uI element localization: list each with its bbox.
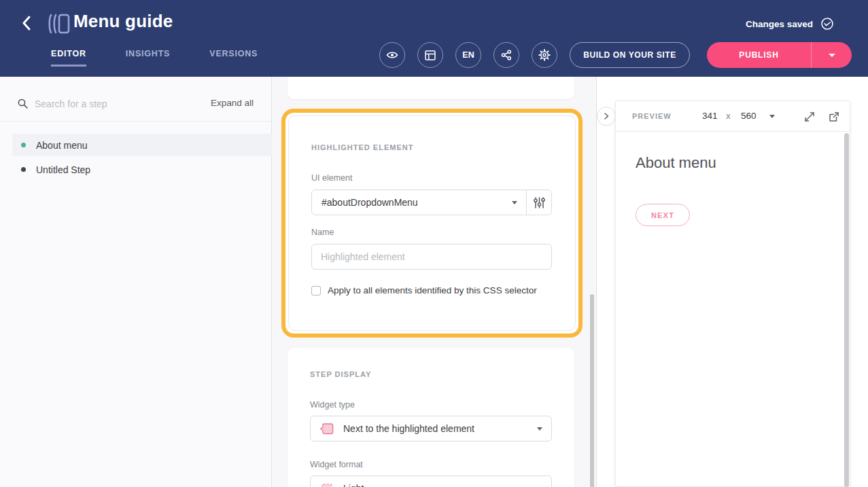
ui-element-select[interactable]: #aboutDropdownMenu xyxy=(311,190,527,215)
preview-scrollbar-thumb[interactable] xyxy=(844,133,849,487)
preview-header: PREVIEW 341 x 560 xyxy=(616,101,850,132)
settings-scrollbar-thumb[interactable] xyxy=(590,294,594,487)
widget-type-value: Next to the highlighted element xyxy=(343,423,537,434)
open-in-new-window-button[interactable] xyxy=(828,111,840,123)
ui-element-label: UI element xyxy=(311,173,352,183)
widget-type-label: Widget type xyxy=(310,400,355,410)
share-icon xyxy=(500,49,513,61)
language-badge: EN xyxy=(462,50,474,60)
highlighted-element-card: HIGHLIGHTED ELEMENT UI element #aboutDro… xyxy=(288,115,576,331)
preview-size-dropdown[interactable] xyxy=(769,115,775,118)
preview-step-title: About menu xyxy=(636,154,716,172)
preview-body: About menu NEXT xyxy=(616,132,850,487)
chevron-down-icon xyxy=(512,201,517,204)
gear-icon xyxy=(538,48,551,62)
layout-button[interactable] xyxy=(417,42,443,68)
preview-height-value[interactable]: 560 xyxy=(741,111,757,121)
highlight-ring: HIGHLIGHTED ELEMENT UI element #aboutDro… xyxy=(281,109,583,338)
build-on-your-site-button[interactable]: BUILD ON YOUR SITE xyxy=(570,42,690,68)
step-label: Untitled Step xyxy=(36,164,90,175)
preview-eye-button[interactable] xyxy=(379,42,405,68)
section-title: STEP DISPLAY xyxy=(310,370,371,378)
expand-preview-button[interactable] xyxy=(803,111,816,123)
preview-width-value[interactable]: 341 xyxy=(702,111,718,121)
preview-card: PREVIEW 341 x 560 About menu NEXT xyxy=(615,101,850,487)
section-title: HIGHLIGHTED ELEMENT xyxy=(311,143,413,151)
check-circle-icon xyxy=(820,17,834,31)
widget-type-select[interactable]: Next to the highlighted element xyxy=(310,416,552,441)
search-input[interactable] xyxy=(33,96,162,112)
previous-settings-card xyxy=(288,77,574,99)
publish-split-button[interactable]: PUBLISH xyxy=(707,42,852,68)
collapse-preview-button[interactable] xyxy=(597,107,616,126)
widget-format-value: Light xyxy=(343,483,537,487)
apply-to-all-checkbox-row[interactable]: Apply to all elements identified by this… xyxy=(311,285,537,295)
next-button[interactable]: NEXT xyxy=(636,204,690,226)
preview-size-separator: x xyxy=(726,111,731,121)
widget-format-select[interactable]: Light xyxy=(310,475,552,487)
format-widget-icon xyxy=(319,482,334,487)
step-search-row: Expand all xyxy=(0,77,271,122)
steps-sidebar: Expand all About menu Untitled Step xyxy=(0,77,272,487)
chevron-right-icon xyxy=(603,112,610,120)
guide-logo-icon xyxy=(46,12,72,36)
step-display-card: STEP DISPLAY Widget type Next to the hig… xyxy=(288,348,574,487)
checkbox-label: Apply to all elements identified by this… xyxy=(328,285,537,295)
chevron-down-icon xyxy=(537,427,542,431)
publish-button[interactable]: PUBLISH xyxy=(707,50,811,60)
sidebar-item-about-menu[interactable]: About menu xyxy=(12,134,272,156)
layout-icon xyxy=(423,49,437,62)
callout-widget-icon xyxy=(319,422,334,436)
page-title: Menu guide xyxy=(73,11,173,32)
tab-insights[interactable]: INSIGHTS xyxy=(126,49,170,67)
chevron-down-icon xyxy=(769,115,775,118)
preview-panel: PREVIEW 341 x 560 About menu NEXT xyxy=(597,77,868,487)
expand-all-link[interactable]: Expand all xyxy=(211,98,254,108)
back-button[interactable] xyxy=(18,14,37,33)
step-settings-panel: HIGHLIGHTED ELEMENT UI element #aboutDro… xyxy=(272,77,597,487)
eye-icon xyxy=(385,49,399,61)
language-button[interactable]: EN xyxy=(455,42,481,68)
share-button[interactable] xyxy=(493,42,519,68)
step-label: About menu xyxy=(36,140,88,151)
save-status-text: Changes saved xyxy=(746,19,813,29)
ui-element-value: #aboutDropdownMenu xyxy=(322,197,512,208)
search-icon xyxy=(17,98,29,109)
tab-versions[interactable]: VERSIONS xyxy=(209,49,258,67)
widget-format-label: Widget format xyxy=(310,460,363,469)
save-status: Changes saved xyxy=(746,17,834,31)
preview-title: PREVIEW xyxy=(632,112,672,120)
step-status-dot xyxy=(21,143,26,147)
sidebar-item-untitled-step[interactable]: Untitled Step xyxy=(12,158,272,181)
external-link-icon xyxy=(828,111,840,123)
topbar: Menu guide EDITOR INSIGHTS VERSIONS EN B… xyxy=(0,0,868,77)
step-status-dot xyxy=(21,167,26,172)
selector-advanced-button[interactable] xyxy=(526,190,552,215)
checkbox[interactable] xyxy=(311,286,321,295)
name-label: Name xyxy=(311,228,334,237)
chevron-down-icon xyxy=(829,54,835,57)
settings-button[interactable] xyxy=(532,42,557,68)
expand-icon xyxy=(803,111,816,123)
publish-dropdown-button[interactable] xyxy=(812,54,852,57)
app-window: Menu guide EDITOR INSIGHTS VERSIONS EN B… xyxy=(0,0,868,487)
editor-tabs: EDITOR INSIGHTS VERSIONS xyxy=(51,49,258,67)
tab-editor[interactable]: EDITOR xyxy=(51,49,86,67)
chevron-left-icon xyxy=(18,14,37,33)
element-name-input[interactable] xyxy=(311,244,552,270)
sliders-icon xyxy=(533,196,546,209)
